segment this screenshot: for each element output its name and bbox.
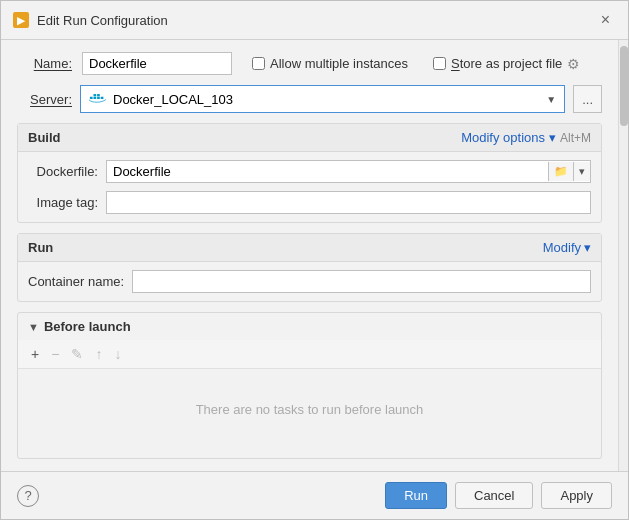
store-as-project-label: Store as project file <box>451 56 562 71</box>
before-launch-remove-button[interactable]: − <box>46 344 64 364</box>
run-modify-label: Modify <box>543 240 581 255</box>
build-section-body: Dockerfile: 📁 ▾ Image tag: <box>18 152 601 222</box>
dockerfile-label: Dockerfile: <box>28 164 98 179</box>
build-section: Build Modify options ▾ Alt+M Dockerfile:… <box>17 123 602 223</box>
server-dropdown[interactable]: Docker_LOCAL_103 ▼ <box>80 85 565 113</box>
before-launch-empty-text: There are no tasks to run before launch <box>196 402 424 417</box>
store-label-text: Store as project file <box>451 56 562 71</box>
svg-rect-2 <box>97 97 100 99</box>
container-name-row: Container name: <box>28 270 591 293</box>
before-launch-down-button[interactable]: ↓ <box>109 344 126 364</box>
docker-icon <box>89 92 107 106</box>
svg-rect-0 <box>90 97 93 99</box>
svg-rect-1 <box>94 97 97 99</box>
name-input[interactable] <box>82 52 232 75</box>
app-icon-text: ▶ <box>17 15 25 26</box>
close-button[interactable]: × <box>595 9 616 31</box>
title-bar: ▶ Edit Run Configuration × <box>1 1 628 40</box>
dockerfile-input-group: 📁 ▾ <box>106 160 591 183</box>
svg-rect-4 <box>97 94 100 96</box>
store-as-project-checkbox[interactable] <box>433 57 446 70</box>
run-section: Run Modify ▾ Container name: <box>17 233 602 302</box>
modify-options-arrow: ▾ <box>549 130 556 145</box>
allow-multiple-group: Allow multiple instances <box>252 56 408 71</box>
main-area: Name: Allow multiple instances Store as … <box>1 40 628 471</box>
before-launch-edit-button[interactable]: ✎ <box>66 344 88 364</box>
name-label: Name: <box>17 56 72 71</box>
dockerfile-folder-button[interactable]: 📁 <box>548 162 573 181</box>
modify-options-label: Modify options <box>461 130 545 145</box>
app-icon: ▶ <box>13 12 29 28</box>
before-launch-title: Before launch <box>44 319 131 334</box>
scrollbar-track[interactable] <box>618 40 628 471</box>
svg-rect-3 <box>94 94 97 96</box>
before-launch-add-button[interactable]: + <box>26 344 44 364</box>
server-select-left: Docker_LOCAL_103 <box>89 92 233 107</box>
run-section-title: Run <box>28 240 53 255</box>
build-section-title: Build <box>28 130 61 145</box>
server-more-button[interactable]: ... <box>573 85 602 113</box>
allow-multiple-label: Allow multiple instances <box>270 56 408 71</box>
server-label: Server: <box>17 92 72 107</box>
run-modify-button[interactable]: Modify ▾ <box>543 240 591 255</box>
run-section-header: Run Modify ▾ <box>18 234 601 262</box>
before-launch-collapse-arrow[interactable]: ▼ <box>28 321 39 333</box>
before-launch-header: ▼ Before launch <box>18 313 601 340</box>
imagetag-row: Image tag: <box>28 191 591 214</box>
gear-icon[interactable]: ⚙ <box>567 56 580 72</box>
scrollbar-thumb[interactable] <box>620 46 628 126</box>
footer-buttons: Run Cancel Apply <box>385 482 612 509</box>
server-dropdown-arrow: ▼ <box>546 94 556 105</box>
dockerfile-row: Dockerfile: 📁 ▾ <box>28 160 591 183</box>
dialog-title: Edit Run Configuration <box>37 13 168 28</box>
before-launch-empty-area: There are no tasks to run before launch <box>18 369 601 449</box>
server-row: Server: Docker_LOCAL_103 <box>17 85 602 113</box>
svg-rect-5 <box>101 97 104 99</box>
imagetag-input[interactable] <box>106 191 591 214</box>
edit-run-configuration-dialog: ▶ Edit Run Configuration × Name: Allow m… <box>0 0 629 520</box>
main-content: Name: Allow multiple instances Store as … <box>1 40 618 471</box>
modify-options-shortcut: Alt+M <box>560 131 591 145</box>
before-launch-toolbar: + − ✎ ↑ ↓ <box>18 340 601 369</box>
imagetag-label: Image tag: <box>28 195 98 210</box>
title-bar-left: ▶ Edit Run Configuration <box>13 12 168 28</box>
apply-button[interactable]: Apply <box>541 482 612 509</box>
allow-multiple-checkbox[interactable] <box>252 57 265 70</box>
server-value: Docker_LOCAL_103 <box>113 92 233 107</box>
run-modify-arrow: ▾ <box>584 240 591 255</box>
modify-options-button[interactable]: Modify options ▾ Alt+M <box>461 130 591 145</box>
store-as-project-group: Store as project file ⚙ <box>433 56 580 72</box>
help-button[interactable]: ? <box>17 485 39 507</box>
run-button[interactable]: Run <box>385 482 447 509</box>
container-name-input[interactable] <box>132 270 591 293</box>
footer: ? Run Cancel Apply <box>1 471 628 519</box>
container-name-label: Container name: <box>28 274 124 289</box>
run-section-body: Container name: <box>18 262 601 301</box>
dockerfile-input[interactable] <box>107 161 548 182</box>
before-launch-up-button[interactable]: ↑ <box>90 344 107 364</box>
cancel-button[interactable]: Cancel <box>455 482 533 509</box>
dockerfile-dropdown-button[interactable]: ▾ <box>573 162 590 181</box>
before-launch-section: ▼ Before launch + − ✎ ↑ ↓ There are no t… <box>17 312 602 459</box>
build-section-header: Build Modify options ▾ Alt+M <box>18 124 601 152</box>
name-row: Name: Allow multiple instances Store as … <box>17 52 602 75</box>
